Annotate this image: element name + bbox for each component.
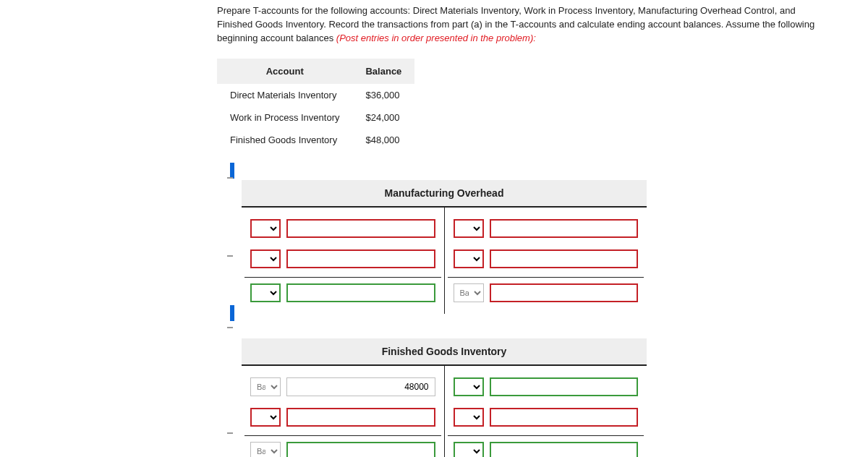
- balance-dropdown[interactable]: Bal.: [250, 442, 281, 457]
- entry-dropdown[interactable]: [454, 249, 484, 268]
- credit-column: [445, 366, 647, 457]
- account-balance: $48,000: [352, 129, 414, 151]
- amount-input[interactable]: [490, 219, 639, 238]
- entry-dropdown[interactable]: [250, 219, 281, 238]
- entry-dropdown[interactable]: [454, 219, 484, 238]
- debit-column: Bal. Bal.: [242, 366, 445, 457]
- table-row: Work in Process Inventory $24,000: [217, 106, 414, 129]
- debit-column: [242, 208, 445, 314]
- account-balance: $24,000: [352, 106, 414, 129]
- amount-input[interactable]: [286, 442, 435, 457]
- entry-dropdown[interactable]: [250, 249, 281, 268]
- beginning-balances-table: Account Balance Direct Materials Invento…: [217, 59, 414, 151]
- account-name: Work in Process Inventory: [217, 106, 352, 129]
- balance-dropdown[interactable]: Bal.: [454, 283, 484, 302]
- amount-input[interactable]: [286, 377, 435, 396]
- amount-input[interactable]: [286, 219, 435, 238]
- account-name: Direct Materials Inventory: [217, 84, 352, 106]
- entry-dropdown[interactable]: [250, 408, 281, 427]
- dash-icon: [227, 255, 233, 257]
- t-account-finished-goods: Finished Goods Inventory Bal. Bal.: [242, 338, 647, 457]
- t-account-title: Manufacturing Overhead: [242, 180, 647, 208]
- amount-input[interactable]: [490, 377, 639, 396]
- entry-dropdown[interactable]: [454, 408, 484, 427]
- amount-input[interactable]: [490, 442, 639, 457]
- account-name: Finished Goods Inventory: [217, 129, 352, 151]
- table-row: Direct Materials Inventory $36,000: [217, 84, 414, 106]
- instructions: Prepare T-accounts for the following acc…: [217, 4, 817, 46]
- amount-input[interactable]: [490, 249, 639, 268]
- col-account-header: Account: [217, 59, 352, 84]
- entry-dropdown[interactable]: [454, 377, 484, 396]
- instructions-highlight: (Post entries in order presented in the …: [336, 33, 536, 43]
- amount-input[interactable]: [490, 408, 639, 427]
- table-row: Finished Goods Inventory $48,000: [217, 129, 414, 151]
- account-balance: $36,000: [352, 84, 414, 106]
- credit-column: Bal.: [445, 208, 647, 314]
- amount-input[interactable]: [490, 283, 639, 302]
- balance-dropdown[interactable]: Bal.: [250, 377, 281, 396]
- t-account-manufacturing-overhead: Manufacturing Overhead: [242, 180, 647, 314]
- amount-input[interactable]: [286, 283, 435, 302]
- col-balance-header: Balance: [352, 59, 414, 84]
- t-account-title: Finished Goods Inventory: [242, 338, 647, 366]
- dash-icon: [227, 432, 233, 434]
- amount-input[interactable]: [286, 249, 435, 268]
- entry-dropdown[interactable]: [250, 283, 281, 302]
- dash-icon: [227, 327, 233, 328]
- entry-dropdown[interactable]: [454, 442, 484, 457]
- cursor-icon: [230, 163, 237, 181]
- cursor-icon: [230, 305, 237, 324]
- amount-input[interactable]: [286, 408, 435, 427]
- dash-icon: [227, 177, 233, 179]
